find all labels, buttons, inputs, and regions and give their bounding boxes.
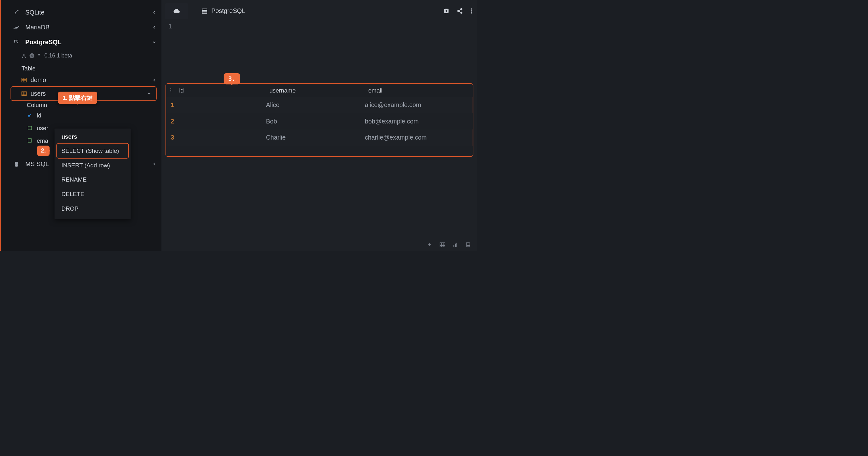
sidebar-db-mariadb[interactable]: MariaDB (1, 20, 161, 35)
table-name: users (31, 90, 46, 97)
chevron-down-icon (147, 91, 151, 96)
svg-rect-19 (440, 243, 445, 247)
line-number: 1 (168, 23, 172, 30)
svg-point-10 (461, 8, 462, 10)
tab-actions (443, 8, 472, 14)
tab-postgresql[interactable]: PostgreSQL (194, 3, 253, 19)
more-menu-button[interactable] (471, 8, 472, 14)
share-button[interactable] (457, 8, 463, 14)
chevron-left-icon (152, 162, 156, 166)
svg-rect-6 (202, 9, 207, 10)
add-tab-button[interactable] (443, 8, 450, 14)
table-icon (22, 78, 27, 82)
chevron-left-icon (152, 25, 156, 29)
version-label: 0.16.1 beta (44, 52, 72, 59)
sidebar-db-label: PostgreSQL (25, 38, 61, 46)
result-body: 1 Alice alice@example.com 2 Bob bob@exam… (166, 97, 472, 156)
section-table-label: Table (1, 62, 161, 73)
add-row-button[interactable] (427, 242, 432, 248)
mssql-icon (13, 161, 20, 168)
grid-menu-button[interactable] (166, 88, 176, 92)
cell-email: alice@example.com (365, 102, 473, 109)
result-row-empty (166, 146, 472, 156)
chevron-left-icon (152, 78, 156, 82)
result-row[interactable]: 1 Alice alice@example.com (166, 97, 472, 113)
tab-cloud[interactable] (165, 3, 189, 19)
version-row: ✕ 0.16.1 beta (1, 50, 161, 62)
table-icon (22, 91, 27, 96)
ctx-drop[interactable]: DROP (55, 201, 131, 216)
book-button[interactable] (466, 242, 470, 248)
result-header: id username email (166, 84, 472, 97)
main-panel: PostgreSQL 1 3. (161, 0, 477, 251)
sidebar-db-postgresql[interactable]: PostgreSQL (1, 35, 161, 50)
seal-icon (13, 24, 20, 31)
row-index: 1 (166, 102, 176, 109)
svg-point-13 (471, 8, 472, 10)
annotation-2: 2. (37, 146, 50, 156)
row-index: 2 (166, 117, 176, 125)
col-header-email[interactable]: email (365, 87, 473, 93)
svg-rect-22 (456, 243, 457, 247)
sidebar: SQLite MariaDB PostgreSQL (0, 0, 161, 251)
svg-rect-21 (455, 244, 456, 247)
result-grid: id username email 1 Alice alice@example.… (165, 83, 473, 156)
svg-point-16 (170, 88, 171, 89)
close-circle-icon[interactable]: ✕ (30, 53, 34, 58)
svg-rect-3 (22, 78, 27, 82)
cell-email: charlie@example.com (365, 134, 473, 141)
column-name: user (37, 125, 48, 131)
ctx-delete[interactable]: DELETE (55, 187, 131, 201)
result-row[interactable]: 2 Bob bob@example.com (166, 113, 472, 130)
feather-icon (13, 9, 20, 16)
annotation-3: 3. (224, 73, 240, 84)
col-header-id[interactable]: id (176, 87, 266, 93)
context-menu: users SELECT (Show table) INSERT (Add ro… (55, 129, 131, 219)
column-row-id[interactable]: id (1, 109, 161, 122)
svg-rect-8 (202, 12, 207, 13)
chevron-left-icon (152, 10, 156, 15)
annotation-1: 1. 點擊右鍵 (58, 92, 97, 104)
cell-username: Charlie (266, 134, 365, 141)
svg-point-18 (170, 92, 171, 92)
table-row-demo[interactable]: demo (1, 73, 161, 87)
table-view-button[interactable] (440, 242, 445, 247)
svg-rect-4 (22, 92, 27, 95)
svg-rect-20 (454, 245, 455, 247)
column-icon (27, 126, 33, 130)
ctx-select[interactable]: SELECT (Show table) (57, 144, 128, 158)
column-icon (27, 138, 33, 142)
svg-point-11 (458, 10, 459, 12)
svg-point-5 (28, 115, 30, 117)
context-menu-title: users (55, 132, 131, 144)
col-header-username[interactable]: username (266, 87, 365, 93)
bottom-toolbar (161, 239, 477, 251)
database-stack-icon (202, 8, 208, 13)
column-name: id (37, 112, 42, 119)
chevron-down-icon (152, 40, 156, 45)
ctx-rename[interactable]: RENAME (55, 172, 131, 187)
tab-label: PostgreSQL (211, 7, 245, 15)
chart-view-button[interactable] (453, 242, 458, 247)
row-index: 3 (166, 134, 176, 141)
key-icon (27, 113, 33, 118)
svg-point-15 (471, 12, 472, 13)
sidebar-db-label: SQLite (25, 9, 44, 16)
sql-editor[interactable]: 1 3. (161, 19, 477, 84)
tree-branch-icon (22, 53, 26, 58)
table-name: demo (31, 77, 46, 84)
svg-rect-7 (202, 10, 207, 12)
svg-point-12 (461, 12, 462, 13)
elephant-icon (13, 38, 20, 46)
tab-bar: PostgreSQL (161, 0, 477, 19)
sidebar-db-sqlite[interactable]: SQLite (1, 5, 161, 20)
ctx-insert[interactable]: INSERT (Add row) (55, 158, 131, 173)
cloud-icon (173, 8, 180, 14)
svg-point-17 (170, 90, 171, 91)
svg-point-0 (23, 54, 24, 55)
cell-username: Alice (266, 102, 365, 109)
cell-email: bob@example.com (365, 117, 473, 125)
result-row[interactable]: 3 Charlie charlie@example.com (166, 130, 472, 146)
svg-point-14 (471, 10, 472, 12)
cell-username: Bob (266, 117, 365, 125)
